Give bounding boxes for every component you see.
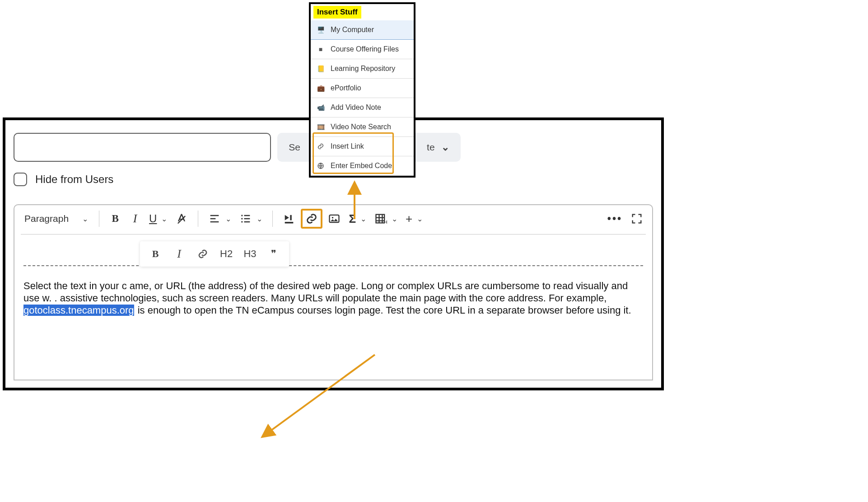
book-icon: 📒	[316, 65, 325, 72]
insert-link-button[interactable]	[301, 209, 322, 229]
list-button[interactable]: ⌄	[237, 209, 265, 229]
chevron-down-icon: ⌄	[82, 215, 88, 223]
svg-rect-8	[376, 215, 385, 223]
svg-rect-5	[285, 222, 294, 224]
insert-stuff-popup: Insert Stuff 🖥️ My Computer ■ Course Off…	[309, 2, 415, 178]
more-actions-button[interactable]: •••	[605, 209, 625, 229]
separator	[272, 211, 273, 227]
separator	[198, 211, 198, 227]
mini-bold-button[interactable]: B	[146, 248, 164, 260]
popup-item-label: Learning Repository	[331, 65, 395, 73]
popup-item-label: Course Offering Files	[331, 45, 399, 53]
svg-rect-4	[290, 215, 292, 221]
bold-button[interactable]: B	[107, 209, 124, 229]
svg-point-3	[242, 221, 243, 222]
svg-point-7	[332, 217, 334, 219]
chevron-down-icon: ⌄	[417, 215, 423, 223]
editor-content[interactable]: Select the text in your c ame, or URL (t…	[14, 235, 652, 316]
align-button[interactable]: ⌄	[205, 209, 234, 229]
equation-button[interactable]: Σ⌄	[346, 209, 369, 229]
paragraph-style-select[interactable]: Paragraph ⌄	[21, 213, 92, 224]
editor-toolbar: Paragraph ⌄ B I U⌄ ⌄	[14, 205, 652, 232]
link-icon	[316, 143, 325, 150]
svg-text:+: +	[385, 218, 387, 225]
section-divider	[23, 265, 643, 266]
rich-text-editor: Paragraph ⌄ B I U⌄ ⌄	[14, 204, 653, 380]
body-text-pre: Select the text in your c ame, or URL (t…	[23, 280, 628, 304]
popup-title: Insert Stuff	[313, 6, 361, 19]
separator	[99, 211, 99, 227]
mini-h3-button[interactable]: H3	[241, 248, 259, 260]
hide-checkbox[interactable]	[14, 173, 27, 186]
popup-item-label: Enter Embed Code	[331, 162, 392, 170]
table-button[interactable]: + ⌄	[372, 209, 400, 229]
text-color-button[interactable]	[173, 209, 191, 229]
svg-point-1	[242, 215, 243, 216]
popup-item-my-computer[interactable]: 🖥️ My Computer	[311, 20, 414, 40]
popup-item-video-note-search[interactable]: 🎞️ Video Note Search	[311, 117, 414, 137]
film-icon: 🎞️	[316, 123, 325, 131]
folder-icon: ■	[316, 46, 325, 53]
chevron-down-icon: ⌄	[257, 215, 262, 223]
popup-item-label: Insert Link	[331, 142, 364, 150]
chevron-down-icon: ⌄	[441, 141, 449, 153]
italic-button[interactable]: I	[126, 209, 144, 229]
insert-image-button[interactable]	[325, 209, 343, 229]
chevron-down-icon: ⌄	[360, 215, 366, 223]
camera-icon: 📹	[316, 104, 325, 111]
popup-item-label: My Computer	[331, 26, 374, 34]
monitor-icon: 🖥️	[316, 26, 325, 33]
popup-item-label: ePortfolio	[331, 84, 361, 92]
insert-stuff-button[interactable]	[280, 209, 298, 229]
popup-item-learning-repo[interactable]: 📒 Learning Repository	[311, 59, 414, 79]
svg-point-2	[242, 218, 243, 219]
popup-item-insert-link[interactable]: Insert Link	[311, 137, 414, 156]
popup-item-label: Add Video Note	[331, 103, 381, 112]
briefcase-icon: 💼	[316, 84, 325, 92]
title-input[interactable]	[14, 133, 271, 162]
popup-item-add-video-note[interactable]: 📹 Add Video Note	[311, 98, 414, 117]
selection-mini-toolbar: B I H2 H3 ❞	[140, 241, 289, 267]
mini-link-button[interactable]	[194, 249, 212, 259]
hide-label: Hide from Users	[35, 173, 113, 186]
globe-icon	[316, 162, 325, 169]
mini-h2-button[interactable]: H2	[217, 248, 235, 260]
body-paragraph[interactable]: Select the text in your c ame, or URL (t…	[23, 280, 643, 316]
popup-item-course-files[interactable]: ■ Course Offering Files	[311, 40, 414, 59]
popup-item-embed-code[interactable]: Enter Embed Code	[311, 156, 414, 176]
popup-item-label: Video Note Search	[331, 123, 391, 131]
insert-more-button[interactable]: +⌄	[403, 209, 425, 229]
mini-quote-button[interactable]: ❞	[265, 248, 283, 260]
fullscreen-button[interactable]	[628, 209, 646, 229]
chevron-down-icon: ⌄	[225, 215, 231, 223]
chevron-down-icon: ⌄	[161, 215, 167, 223]
popup-item-eportfolio[interactable]: 💼 ePortfolio	[311, 79, 414, 98]
body-text-post: is enough to open the TN eCampus courses…	[135, 305, 631, 316]
selected-link-text[interactable]: gotoclass.tnecampus.org	[23, 305, 134, 316]
mini-italic-button[interactable]: I	[170, 247, 188, 261]
paragraph-style-label: Paragraph	[24, 213, 69, 224]
underline-button[interactable]: U⌄	[146, 209, 170, 229]
chevron-down-icon: ⌄	[392, 215, 397, 223]
